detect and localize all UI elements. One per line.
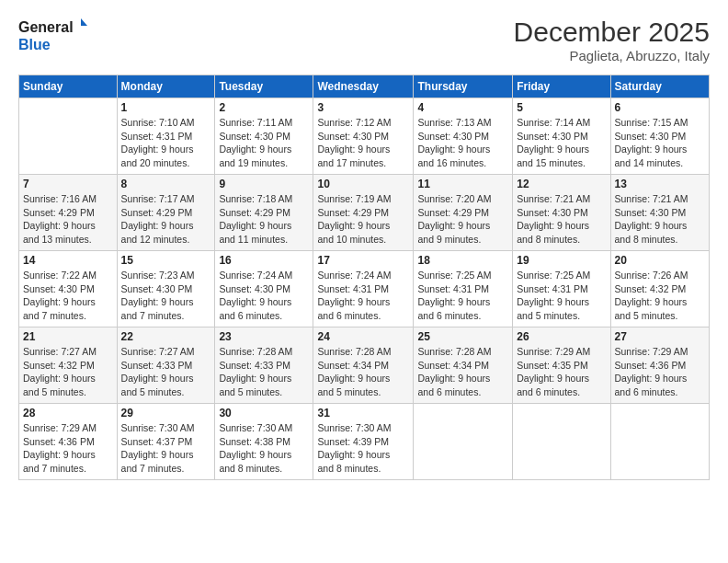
calendar-cell: 7Sunrise: 7:16 AMSunset: 4:29 PMDaylight… — [19, 175, 118, 251]
day-header-sunday: Sunday — [19, 75, 118, 98]
calendar-cell: 4Sunrise: 7:13 AMSunset: 4:30 PMDaylight… — [414, 98, 513, 175]
day-number: 22 — [121, 330, 211, 343]
day-info: Sunrise: 7:21 AMSunset: 4:30 PMDaylight:… — [517, 192, 606, 247]
day-number: 23 — [219, 330, 309, 343]
day-info: Sunrise: 7:10 AMSunset: 4:31 PMDaylight:… — [121, 116, 211, 170]
day-number: 26 — [517, 330, 606, 343]
day-info: Sunrise: 7:21 AMSunset: 4:30 PMDaylight:… — [615, 192, 705, 247]
day-info: Sunrise: 7:14 AMSunset: 4:30 PMDaylight:… — [517, 116, 606, 170]
day-info: Sunrise: 7:27 AMSunset: 4:32 PMDaylight:… — [23, 345, 113, 399]
day-info: Sunrise: 7:22 AMSunset: 4:30 PMDaylight:… — [23, 269, 113, 323]
calendar-cell: 27Sunrise: 7:29 AMSunset: 4:36 PMDayligh… — [610, 327, 709, 404]
calendar-cell: 3Sunrise: 7:12 AMSunset: 4:30 PMDaylight… — [313, 98, 414, 175]
day-number: 3 — [317, 101, 409, 114]
calendar-cell: 19Sunrise: 7:25 AMSunset: 4:31 PMDayligh… — [513, 251, 610, 327]
day-number: 27 — [615, 330, 705, 343]
day-number: 5 — [517, 101, 606, 114]
calendar-cell: 5Sunrise: 7:14 AMSunset: 4:30 PMDaylight… — [513, 98, 610, 175]
day-number: 17 — [317, 254, 409, 267]
day-info: Sunrise: 7:30 AMSunset: 4:39 PMDaylight:… — [317, 421, 409, 476]
day-number: 8 — [121, 178, 211, 190]
day-number: 10 — [317, 178, 409, 190]
day-info: Sunrise: 7:17 AMSunset: 4:29 PMDaylight:… — [121, 192, 211, 247]
calendar-cell: 17Sunrise: 7:24 AMSunset: 4:31 PMDayligh… — [313, 251, 414, 327]
calendar-cell: 20Sunrise: 7:26 AMSunset: 4:32 PMDayligh… — [610, 251, 709, 327]
calendar-week-2: 7Sunrise: 7:16 AMSunset: 4:29 PMDaylight… — [19, 175, 710, 251]
day-info: Sunrise: 7:13 AMSunset: 4:30 PMDaylight:… — [417, 116, 508, 170]
calendar-week-5: 28Sunrise: 7:29 AMSunset: 4:36 PMDayligh… — [19, 404, 710, 480]
calendar-cell: 22Sunrise: 7:27 AMSunset: 4:33 PMDayligh… — [117, 327, 215, 404]
svg-text:General: General — [18, 19, 74, 35]
page: General Blue December 2025 Paglieta, Abr… — [0, 0, 728, 563]
calendar-cell: 9Sunrise: 7:18 AMSunset: 4:29 PMDaylight… — [215, 175, 313, 251]
day-info: Sunrise: 7:12 AMSunset: 4:30 PMDaylight:… — [317, 116, 409, 170]
day-info: Sunrise: 7:25 AMSunset: 4:31 PMDaylight:… — [517, 269, 606, 323]
svg-text:Blue: Blue — [18, 37, 51, 52]
calendar-cell: 31Sunrise: 7:30 AMSunset: 4:39 PMDayligh… — [313, 404, 414, 480]
day-number: 24 — [317, 330, 409, 343]
day-number: 25 — [417, 330, 508, 343]
day-info: Sunrise: 7:30 AMSunset: 4:37 PMDaylight:… — [121, 421, 211, 476]
day-info: Sunrise: 7:27 AMSunset: 4:33 PMDaylight:… — [121, 345, 211, 399]
day-info: Sunrise: 7:28 AMSunset: 4:33 PMDaylight:… — [219, 345, 309, 399]
calendar-cell: 12Sunrise: 7:21 AMSunset: 4:30 PMDayligh… — [513, 175, 610, 251]
calendar-cell — [513, 404, 610, 480]
day-header-tuesday: Tuesday — [215, 75, 313, 98]
day-number: 21 — [23, 330, 113, 343]
day-number: 2 — [219, 101, 309, 114]
day-info: Sunrise: 7:24 AMSunset: 4:30 PMDaylight:… — [219, 269, 309, 323]
day-number: 7 — [23, 178, 113, 190]
day-header-thursday: Thursday — [414, 75, 513, 98]
day-number: 12 — [517, 178, 606, 190]
calendar-cell: 15Sunrise: 7:23 AMSunset: 4:30 PMDayligh… — [117, 251, 215, 327]
day-info: Sunrise: 7:20 AMSunset: 4:29 PMDaylight:… — [417, 192, 508, 247]
day-header-friday: Friday — [513, 75, 610, 98]
calendar-week-3: 14Sunrise: 7:22 AMSunset: 4:30 PMDayligh… — [19, 251, 710, 327]
day-info: Sunrise: 7:25 AMSunset: 4:31 PMDaylight:… — [417, 269, 508, 323]
calendar-cell: 2Sunrise: 7:11 AMSunset: 4:30 PMDaylight… — [215, 98, 313, 175]
day-number: 15 — [121, 254, 211, 267]
day-info: Sunrise: 7:28 AMSunset: 4:34 PMDaylight:… — [317, 345, 409, 399]
calendar-cell: 8Sunrise: 7:17 AMSunset: 4:29 PMDaylight… — [117, 175, 215, 251]
day-number: 13 — [615, 178, 705, 190]
day-header-saturday: Saturday — [610, 75, 709, 98]
day-number: 16 — [219, 254, 309, 267]
day-number: 29 — [121, 407, 211, 419]
calendar-table: SundayMondayTuesdayWednesdayThursdayFrid… — [18, 75, 710, 480]
day-number: 4 — [417, 101, 508, 114]
calendar-cell — [19, 98, 118, 175]
day-info: Sunrise: 7:23 AMSunset: 4:30 PMDaylight:… — [121, 269, 211, 323]
calendar-cell: 21Sunrise: 7:27 AMSunset: 4:32 PMDayligh… — [19, 327, 118, 404]
day-info: Sunrise: 7:26 AMSunset: 4:32 PMDaylight:… — [615, 269, 705, 323]
calendar-cell: 16Sunrise: 7:24 AMSunset: 4:30 PMDayligh… — [215, 251, 313, 327]
calendar-cell: 18Sunrise: 7:25 AMSunset: 4:31 PMDayligh… — [414, 251, 513, 327]
location-title: Paglieta, Abruzzo, Italy — [514, 48, 710, 63]
day-info: Sunrise: 7:18 AMSunset: 4:29 PMDaylight:… — [219, 192, 309, 247]
header: General Blue December 2025 Paglieta, Abr… — [18, 17, 710, 63]
day-number: 9 — [219, 178, 309, 190]
calendar-cell: 10Sunrise: 7:19 AMSunset: 4:29 PMDayligh… — [313, 175, 414, 251]
calendar-cell: 29Sunrise: 7:30 AMSunset: 4:37 PMDayligh… — [117, 404, 215, 480]
day-info: Sunrise: 7:11 AMSunset: 4:30 PMDaylight:… — [219, 116, 309, 170]
calendar-cell — [610, 404, 709, 480]
day-header-wednesday: Wednesday — [313, 75, 414, 98]
day-info: Sunrise: 7:19 AMSunset: 4:29 PMDaylight:… — [317, 192, 409, 247]
calendar-cell: 11Sunrise: 7:20 AMSunset: 4:29 PMDayligh… — [414, 175, 513, 251]
calendar-cell: 23Sunrise: 7:28 AMSunset: 4:33 PMDayligh… — [215, 327, 313, 404]
title-block: December 2025 Paglieta, Abruzzo, Italy — [514, 17, 710, 63]
day-info: Sunrise: 7:30 AMSunset: 4:38 PMDaylight:… — [219, 421, 309, 476]
day-number: 14 — [23, 254, 113, 267]
calendar-cell: 26Sunrise: 7:29 AMSunset: 4:35 PMDayligh… — [513, 327, 610, 404]
day-info: Sunrise: 7:28 AMSunset: 4:34 PMDaylight:… — [417, 345, 508, 399]
calendar-cell: 1Sunrise: 7:10 AMSunset: 4:31 PMDaylight… — [117, 98, 215, 175]
day-number: 28 — [23, 407, 113, 419]
logo: General Blue — [18, 17, 87, 55]
logo-svg: General Blue — [18, 17, 87, 55]
calendar-week-4: 21Sunrise: 7:27 AMSunset: 4:32 PMDayligh… — [19, 327, 710, 404]
day-number: 31 — [317, 407, 409, 419]
calendar-cell: 24Sunrise: 7:28 AMSunset: 4:34 PMDayligh… — [313, 327, 414, 404]
day-info: Sunrise: 7:29 AMSunset: 4:35 PMDaylight:… — [517, 345, 606, 399]
day-header-monday: Monday — [117, 75, 215, 98]
day-number: 6 — [615, 101, 705, 114]
day-number: 19 — [517, 254, 606, 267]
